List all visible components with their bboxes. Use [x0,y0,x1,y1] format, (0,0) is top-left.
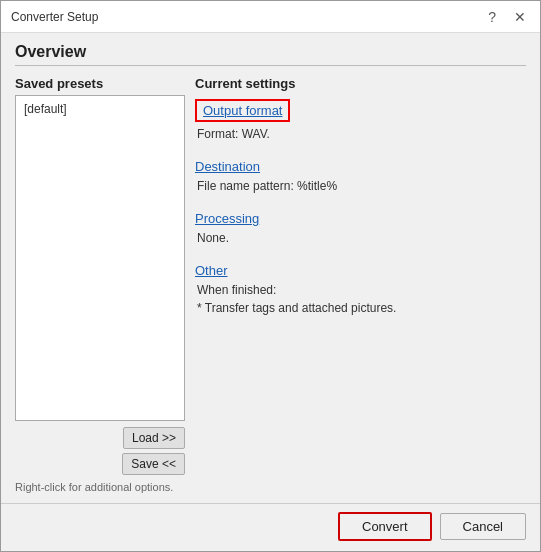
current-settings-label: Current settings [195,76,526,91]
title-bar: Converter Setup ? ✕ [1,1,540,33]
output-format-link[interactable]: Output format [195,99,290,122]
settings-section-other: Other When finished:* Transfer tags and … [195,263,526,317]
processing-value: None. [197,229,526,247]
other-value: When finished:* Transfer tags and attach… [197,281,526,317]
right-panel: Current settings Output format Format: W… [195,76,526,493]
main-area: Saved presets [default] Load >> Save << … [15,76,526,493]
load-button[interactable]: Load >> [123,427,185,449]
dialog-content: Overview Saved presets [default] Load >>… [1,33,540,503]
right-click-hint: Right-click for additional options. [15,475,185,493]
load-save-buttons: Load >> Save << [15,427,185,475]
title-bar-controls: ? ✕ [484,10,530,24]
destination-link[interactable]: Destination [195,159,260,174]
help-button[interactable]: ? [484,10,500,24]
saved-presets-label: Saved presets [15,76,185,91]
preset-item-default[interactable]: [default] [20,100,180,118]
left-panel: Saved presets [default] Load >> Save << … [15,76,185,493]
output-format-value: Format: WAV. [197,125,526,143]
left-bottom: Saved presets [default] Load >> Save << … [15,76,185,493]
settings-section-output-format: Output format Format: WAV. [195,99,526,143]
footer: Convert Cancel [1,503,540,551]
presets-list[interactable]: [default] [15,95,185,421]
settings-section-destination: Destination File name pattern: %title% [195,159,526,195]
close-button[interactable]: ✕ [510,10,530,24]
processing-link[interactable]: Processing [195,211,259,226]
settings-section-processing: Processing None. [195,211,526,247]
save-button[interactable]: Save << [122,453,185,475]
converter-setup-dialog: Converter Setup ? ✕ Overview Saved prese… [0,0,541,552]
cancel-button[interactable]: Cancel [440,513,526,540]
other-link[interactable]: Other [195,263,228,278]
convert-button[interactable]: Convert [338,512,432,541]
overview-heading: Overview [15,43,526,66]
destination-value: File name pattern: %title% [197,177,526,195]
window-title: Converter Setup [11,10,98,24]
